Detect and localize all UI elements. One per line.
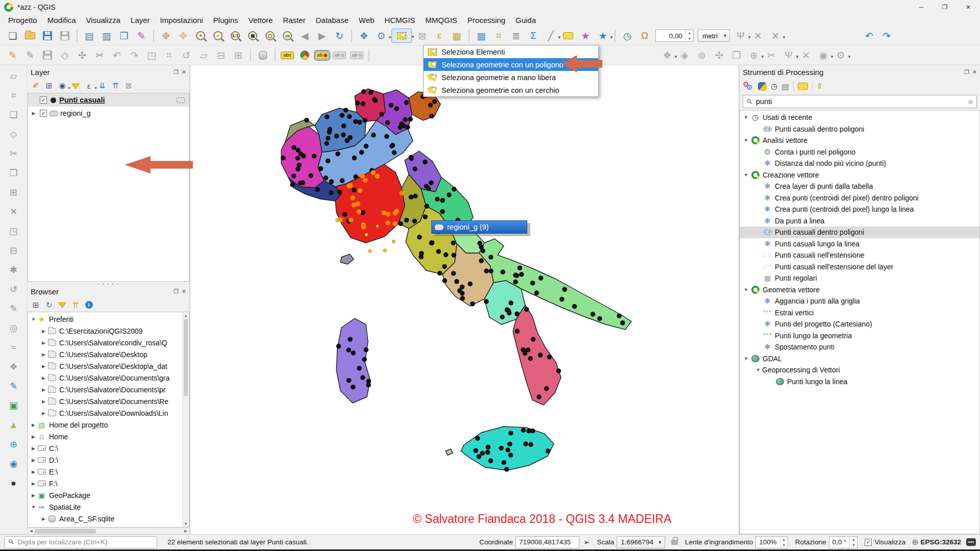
zoom-to-layer-icon[interactable]: ▭ xyxy=(280,29,295,43)
layer-labeling-icon[interactable]: abc xyxy=(280,48,295,62)
expander-icon[interactable]: ▶ xyxy=(30,458,37,463)
browser-item[interactable]: ▶D:\ xyxy=(28,454,182,466)
browser-item[interactable]: ▶C:\Users\Salvatore\Desktop xyxy=(28,348,182,360)
clear-search-icon[interactable]: ⊗ xyxy=(968,98,973,106)
field-calculator-icon[interactable]: ⌗ xyxy=(492,29,506,43)
open-attribute-table-icon[interactable]: ▦ xyxy=(474,29,488,43)
add-part-icon[interactable]: ⊞ xyxy=(231,48,246,62)
rotate-feature-icon[interactable]: ↺ xyxy=(179,48,193,62)
float-panel-icon[interactable]: ❐ xyxy=(964,69,969,76)
processing-tool-item[interactable]: Punti casuali dentro poligoni xyxy=(740,227,979,238)
processing-tool-item[interactable]: ✱Da punti a linea xyxy=(740,215,979,227)
properties-widget-icon[interactable]: i xyxy=(83,299,95,311)
expander-icon[interactable]: ▼ xyxy=(742,356,750,361)
sum-features-icon[interactable]: Σ xyxy=(526,29,541,43)
float-panel-icon[interactable]: ❐ xyxy=(174,69,179,76)
render-checkbox[interactable]: ✓ xyxy=(865,539,872,546)
processing-tool-item[interactable]: ✱Punti casuali lungo la linea xyxy=(740,238,979,250)
close-panel-icon[interactable]: ✕ xyxy=(182,288,186,295)
scroll-right-icon[interactable]: ▶ xyxy=(182,529,189,533)
expander-icon[interactable]: ▼ xyxy=(742,138,750,143)
close-panel-icon[interactable]: ✕ xyxy=(182,69,186,76)
run-feature-action-icon[interactable]: ⚙▼ xyxy=(374,29,388,43)
menu-database[interactable]: Database xyxy=(311,14,354,27)
close-button[interactable]: ✕ xyxy=(957,0,980,14)
expand-all-icon[interactable]: ⇊ xyxy=(96,80,108,92)
browser-item[interactable]: ▶C:\EsercitazioniQGIS2009 xyxy=(28,325,182,337)
browser-item[interactable]: ▶Area_C_SF.sqlite xyxy=(28,513,182,524)
map-refresh-icon[interactable]: ↻ xyxy=(332,29,347,43)
map-themes-icon[interactable]: ◉▼ xyxy=(56,80,68,92)
menu-modifica[interactable]: Modifica xyxy=(42,14,81,27)
expression-filter-icon[interactable]: ε▼ xyxy=(83,80,95,92)
scroll-up-icon[interactable]: ▲ xyxy=(183,312,189,319)
minimize-button[interactable]: ─ xyxy=(910,0,933,14)
offset-tool-icon[interactable]: ❖ xyxy=(6,359,21,374)
browser-hscrollbar[interactable]: ◀ ▶ xyxy=(28,528,189,534)
expander-icon[interactable]: ▶ xyxy=(40,387,47,392)
processing-tool-item[interactable]: ✱Crea punti (centroidi del pixel) lungo … xyxy=(740,204,979,215)
menu-vettore[interactable]: Vettore xyxy=(243,14,278,27)
pan-map-icon[interactable]: ✥ xyxy=(159,29,173,43)
browser-item[interactable]: ▶C:\Users\Salvatore\Downloads\Lin xyxy=(28,407,182,419)
expander-icon[interactable]: ▼ xyxy=(754,367,762,372)
globe-tool-icon[interactable]: ◉ xyxy=(6,456,21,471)
cut-features-icon[interactable]: ✂ xyxy=(92,48,107,62)
collapse-all-icon[interactable]: ⇈ xyxy=(109,80,121,92)
expander-icon[interactable]: ▼ xyxy=(742,115,750,120)
rotation-spin[interactable]: 0,0 °▲▼ xyxy=(829,536,858,548)
processing-tool-item[interactable]: ∴∵Punti casuali nell'estensione del laye… xyxy=(740,261,979,273)
regular-shape-icon[interactable]: ⌗ xyxy=(6,88,21,103)
spin-down-icon[interactable]: ▼ xyxy=(780,542,788,548)
menu-item-3[interactable]: Seleziona geometrie con un cerchio xyxy=(424,84,598,96)
browser-item[interactable]: ▶F:\ xyxy=(28,478,182,489)
style-manager-icon[interactable]: ✎ xyxy=(134,29,149,43)
browser-item[interactable]: ▶E:\ xyxy=(28,466,182,478)
expander-icon[interactable]: ▶ xyxy=(30,481,37,486)
zoom-full-icon[interactable]: ▣ xyxy=(246,29,260,43)
vertex-tool-icon[interactable]: ✣ xyxy=(75,48,89,62)
expander-icon[interactable]: ▶ xyxy=(40,375,47,381)
select-features-by-polygon-icon[interactable]: ▼ xyxy=(391,29,412,43)
hscrollbar-thumb[interactable] xyxy=(35,529,96,534)
browser-item[interactable]: ▶⌂Home xyxy=(28,431,182,442)
processing-tool-item[interactable]: ✱Crea punti (centroidi del pixel) dentro… xyxy=(740,192,979,204)
delete-selected-icon[interactable]: ⌗ xyxy=(162,48,176,62)
expander-icon[interactable]: ▼ xyxy=(30,317,37,322)
vector-delete-icon[interactable]: ✕ xyxy=(799,48,813,62)
add-group-icon[interactable]: ⊞ xyxy=(43,80,55,92)
pin-labels-icon[interactable]: ab xyxy=(315,48,329,62)
new-bookmark-icon[interactable]: ★ xyxy=(578,29,593,43)
expander-icon[interactable]: ▶ xyxy=(30,446,37,451)
snap-tool-icon[interactable]: ✱ xyxy=(6,262,21,278)
reshape-tool-icon[interactable]: ✎ xyxy=(6,301,21,316)
layer-checkbox[interactable]: ✓ xyxy=(40,96,47,104)
python-icon[interactable] xyxy=(758,82,767,91)
filter-legend-icon[interactable] xyxy=(69,80,82,92)
menu-impostazioni[interactable]: Impostazioni xyxy=(155,14,208,27)
add-part-tool-icon[interactable]: ⊞ xyxy=(6,185,21,200)
digitize-polygon-icon[interactable]: ▱ xyxy=(6,68,21,84)
new-print-layout-icon[interactable]: ▤ xyxy=(82,29,96,43)
processing-tool-item[interactable]: °°°Punti lungo la geometria xyxy=(740,330,979,342)
current-edits-icon[interactable]: ✎ xyxy=(6,48,20,62)
processing-tool-item[interactable]: ▼GDAL xyxy=(740,353,979,365)
options-wrench-icon[interactable]: ✐ xyxy=(815,81,826,92)
processing-tool-item[interactable]: °°°Estrai vertici xyxy=(740,307,979,319)
locator-input[interactable]: 🔍︎ Digita per localizzare (Ctrl+K) xyxy=(4,536,157,548)
move-feature-icon[interactable]: ◳ xyxy=(144,48,159,62)
expander-icon[interactable]: ▶ xyxy=(40,340,47,345)
close-panel-icon[interactable]: ✕ xyxy=(972,69,977,76)
zoom-to-selection-icon[interactable]: ▢ xyxy=(263,29,277,43)
clear-advanced-icon[interactable]: ✕▼ xyxy=(768,29,782,43)
browser-item[interactable]: ▶C:\Users\Salvatore\condiv_rosa\Q xyxy=(28,337,182,348)
zoom-native-icon[interactable]: 1:1 xyxy=(228,29,242,43)
select-by-expression-icon[interactable]: ε xyxy=(432,29,447,43)
vector-clip-icon[interactable]: ⊚ xyxy=(695,48,709,62)
deselect-features-icon[interactable]: ⊠ xyxy=(415,29,429,43)
rotate-tool-icon[interactable]: ↺ xyxy=(6,282,21,297)
vector-dissolve-icon[interactable]: ❖▼ xyxy=(660,48,674,62)
processing-tool-item[interactable]: ∴∵Punti casuali nell'estensione xyxy=(740,249,979,261)
save-project-icon[interactable] xyxy=(40,29,55,43)
italy-map[interactable] xyxy=(190,65,739,534)
